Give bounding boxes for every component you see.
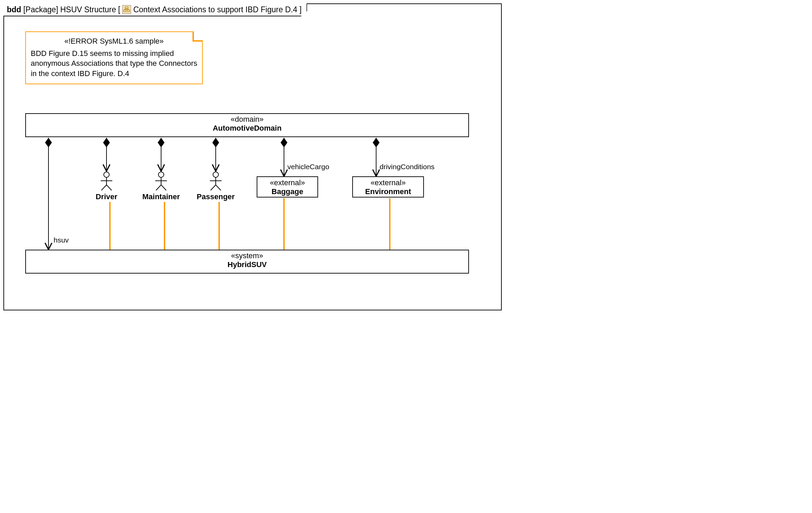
svg-line-21 bbox=[216, 185, 221, 190]
driver-actor[interactable]: Driver bbox=[89, 171, 124, 201]
svg-rect-0 bbox=[125, 7, 128, 9]
environment-block[interactable]: «external» Environment bbox=[352, 176, 424, 197]
note-stereotype: «!ERROR SysML1.6 sample» bbox=[31, 36, 197, 46]
maintainer-label: Maintainer bbox=[141, 192, 182, 201]
svg-line-16 bbox=[161, 185, 166, 190]
svg-rect-1 bbox=[124, 10, 126, 12]
diagram-frame: bdd [Package] HSUV Structure [ Context A… bbox=[3, 3, 502, 310]
hybrid-suv-block[interactable]: «system» HybridSUV bbox=[25, 250, 469, 274]
diagram-title: Context Associations to support IBD Figu… bbox=[133, 5, 297, 14]
note-body: BDD Figure D.15 seems to missing implied… bbox=[31, 48, 197, 79]
package-label: [Package] bbox=[23, 5, 58, 14]
driving-conditions-role-label: drivingConditions bbox=[380, 163, 435, 171]
svg-point-17 bbox=[213, 172, 218, 177]
svg-point-7 bbox=[104, 172, 109, 177]
svg-line-20 bbox=[211, 185, 216, 190]
actor-icon bbox=[153, 171, 170, 192]
baggage-stereotype: «external» bbox=[260, 178, 315, 187]
passenger-actor[interactable]: Passenger bbox=[194, 171, 238, 201]
hsuv-role-label: hsuv bbox=[54, 236, 69, 244]
vehicle-cargo-role-label: vehicleCargo bbox=[287, 163, 329, 171]
svg-point-12 bbox=[158, 172, 164, 177]
diagram-kind: bdd bbox=[7, 5, 21, 14]
actor-icon bbox=[207, 171, 224, 192]
note-fold-icon bbox=[193, 31, 203, 41]
system-name: HybridSUV bbox=[29, 260, 466, 269]
maintainer-actor[interactable]: Maintainer bbox=[141, 171, 182, 201]
domain-stereotype: «domain» bbox=[29, 115, 466, 124]
svg-line-10 bbox=[101, 185, 106, 190]
env-stereotype: «external» bbox=[356, 178, 421, 187]
package-icon bbox=[122, 5, 131, 14]
svg-line-11 bbox=[106, 185, 112, 190]
package-name: HSUV Structure bbox=[60, 5, 116, 14]
driver-label: Driver bbox=[89, 192, 124, 201]
automotive-domain-block[interactable]: «domain» AutomotiveDomain bbox=[25, 113, 469, 137]
baggage-name: Baggage bbox=[260, 187, 315, 196]
actor-icon bbox=[98, 171, 115, 192]
baggage-block[interactable]: «external» Baggage bbox=[257, 176, 318, 197]
bracket-open: [ bbox=[118, 5, 120, 14]
error-note: «!ERROR SysML1.6 sample» BDD Figure D.15… bbox=[25, 31, 203, 84]
env-name: Environment bbox=[356, 187, 421, 196]
system-stereotype: «system» bbox=[29, 251, 466, 260]
domain-name: AutomotiveDomain bbox=[29, 124, 466, 133]
frame-header: bdd [Package] HSUV Structure [ Context A… bbox=[3, 3, 307, 16]
passenger-label: Passenger bbox=[194, 192, 238, 201]
svg-rect-2 bbox=[127, 10, 130, 12]
bracket-close: ] bbox=[299, 5, 301, 14]
svg-line-15 bbox=[156, 185, 161, 190]
